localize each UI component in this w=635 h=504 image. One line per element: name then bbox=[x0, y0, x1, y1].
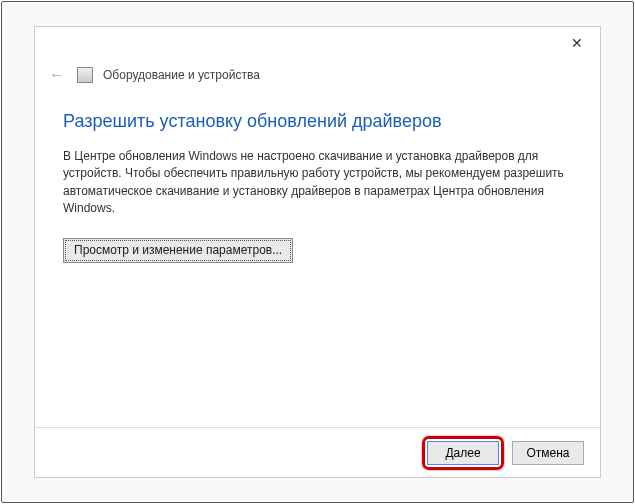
hardware-icon bbox=[77, 67, 93, 83]
back-icon: ← bbox=[47, 66, 67, 84]
next-button-highlight: Далее bbox=[422, 436, 504, 470]
dialog-footer: Далее Отмена bbox=[35, 427, 600, 477]
titlebar: ✕ bbox=[35, 27, 600, 59]
screenshot-frame: ✕ ← Оборудование и устройства Разрешить … bbox=[1, 1, 634, 503]
view-change-settings-button[interactable]: Просмотр и изменение параметров... bbox=[63, 238, 293, 263]
next-button[interactable]: Далее bbox=[427, 441, 499, 465]
page-category: Оборудование и устройства bbox=[103, 68, 260, 82]
content-area: Разрешить установку обновлений драйверов… bbox=[35, 91, 600, 427]
description-text: В Центре обновления Windows не настроено… bbox=[63, 148, 572, 218]
breadcrumb: ← Оборудование и устройства bbox=[35, 59, 600, 91]
cancel-button[interactable]: Отмена bbox=[512, 441, 584, 465]
close-icon[interactable]: ✕ bbox=[562, 29, 592, 57]
troubleshooter-dialog: ✕ ← Оборудование и устройства Разрешить … bbox=[34, 26, 601, 478]
page-title: Разрешить установку обновлений драйверов bbox=[63, 111, 572, 132]
